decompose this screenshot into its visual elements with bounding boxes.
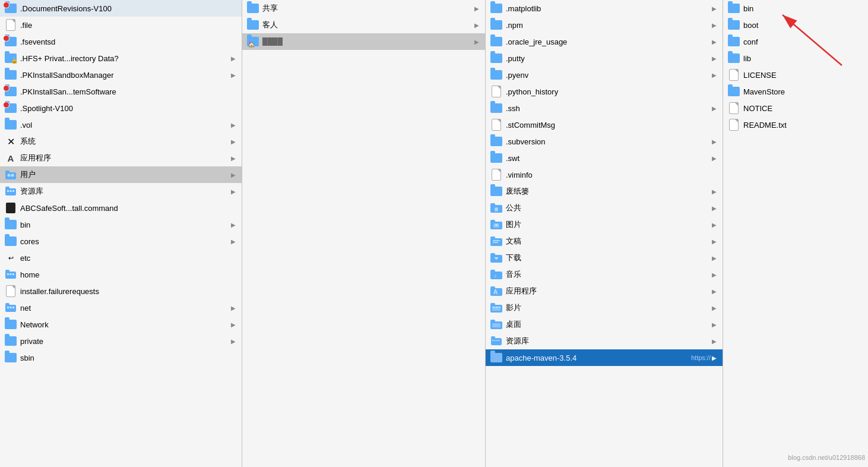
item-doc-revisions[interactable]: .DocumentRevisions-V100 xyxy=(0,0,242,17)
item-boot4[interactable]: boot xyxy=(723,17,868,33)
item-python-history[interactable]: .python_history xyxy=(486,83,723,100)
item-lib4[interactable]: lib xyxy=(723,50,868,67)
folder-grid-icon xyxy=(5,269,17,280)
item-label: MavenStore xyxy=(743,87,863,96)
item-label: .pyenv xyxy=(506,71,711,80)
item-trash[interactable]: 废纸篓 ▶ xyxy=(486,183,723,200)
item-matplotlib[interactable]: .matplotlib ▶ xyxy=(486,0,723,17)
folder-icon xyxy=(490,135,502,147)
file-icon xyxy=(728,119,740,131)
item-users[interactable]: 用户 ▶ xyxy=(0,166,242,183)
item-notice4[interactable]: NOTICE xyxy=(723,100,868,116)
folder-icon xyxy=(490,352,502,364)
item-file[interactable]: .file xyxy=(0,17,242,33)
item-mavenstore4[interactable]: MavenStore xyxy=(723,83,868,100)
item-label: .PKInstallSan...temSoftware xyxy=(20,87,237,96)
column-4[interactable]: bin boot conf lib LICENSE xyxy=(723,0,868,467)
item-library[interactable]: 资源库 ▶ xyxy=(0,183,242,200)
item-applications[interactable]: A 应用程序 ▶ xyxy=(0,150,242,166)
item-vol[interactable]: .vol ▶ xyxy=(0,116,242,133)
column-3[interactable]: .matplotlib ▶ .npm ▶ .oracle_jre_usage ▶… xyxy=(486,0,723,467)
item-conf4[interactable]: conf xyxy=(723,33,868,50)
item-movies[interactable]: 影片 ▶ xyxy=(486,299,723,316)
item-bin[interactable]: bin ▶ xyxy=(0,216,242,233)
item-apache-maven[interactable]: apache-maven-3.5.4 https:// ▶ xyxy=(486,349,723,366)
item-stcommit[interactable]: .stCommitMsg xyxy=(486,116,723,133)
chevron-icon: ▶ xyxy=(711,304,718,311)
item-readme4[interactable]: README.txt xyxy=(723,116,868,133)
item-installer[interactable]: installer.failurerequests xyxy=(0,283,242,299)
chevron-icon: ▶ xyxy=(711,21,718,29)
svg-rect-29 xyxy=(493,242,498,243)
file-icon xyxy=(728,102,740,114)
item-label: cores xyxy=(20,237,230,246)
folder-icon xyxy=(5,235,17,247)
chevron-icon: ▶ xyxy=(473,5,480,12)
item-pyenv[interactable]: .pyenv ▶ xyxy=(486,67,723,83)
folder-icon xyxy=(5,318,17,330)
item-bin4[interactable]: bin xyxy=(723,0,868,17)
item-label: 应用程序 xyxy=(20,153,230,163)
folder-movies-icon xyxy=(490,302,502,314)
item-subversion[interactable]: .subversion ▶ xyxy=(486,133,723,150)
item-private[interactable]: private ▶ xyxy=(0,333,242,349)
item-share[interactable]: 共享 ▶ xyxy=(242,0,485,17)
chevron-icon: ▶ xyxy=(711,254,718,261)
item-guest[interactable]: 客人 ▶ xyxy=(242,17,485,33)
item-music[interactable]: ♪ 音乐 ▶ xyxy=(486,266,723,283)
item-abcsafe[interactable]: ABCSafeSoft...tall.command xyxy=(0,200,242,216)
folder-link-icon: ↩ xyxy=(5,252,17,264)
column-2[interactable]: 共享 ▶ 客人 ▶ 🏠 ████ ▶ xyxy=(242,0,486,467)
folder-desktop-icon xyxy=(490,318,502,330)
svg-text:A: A xyxy=(493,289,498,295)
chevron-icon: ▶ xyxy=(230,238,237,245)
svg-rect-17 xyxy=(10,307,12,308)
item-license4[interactable]: LICENSE xyxy=(723,67,868,83)
svg-rect-11 xyxy=(7,273,9,275)
item-pkinstall-sandbox[interactable]: .PKInstallSandboxManager ▶ xyxy=(0,67,242,83)
item-system[interactable]: ✕ 系统 ▶ xyxy=(0,133,242,150)
item-putty[interactable]: .putty ▶ xyxy=(486,50,723,67)
item-fseventsd[interactable]: .fseventsd xyxy=(0,33,242,50)
item-apps[interactable]: A 应用程序 ▶ xyxy=(486,283,723,299)
chevron-icon: ▶ xyxy=(711,188,718,195)
item-library-user[interactable]: 资源库 ▶ xyxy=(486,333,723,349)
item-pkinstall-san[interactable]: .PKInstallSan...temSoftware xyxy=(0,83,242,100)
item-swt[interactable]: .swt ▶ xyxy=(486,150,723,166)
item-label: sbin xyxy=(20,354,237,362)
item-etc[interactable]: ↩ etc xyxy=(0,250,242,266)
item-downloads[interactable]: 下载 ▶ xyxy=(486,250,723,266)
item-hfs-private[interactable]: 🔒 .HFS+ Privat...irectory Data? ▶ xyxy=(0,50,242,67)
item-label: ABCSafeSoft...tall.command xyxy=(20,204,237,213)
item-label: bin xyxy=(20,220,230,229)
column-1[interactable]: .DocumentRevisions-V100 .file .fseventsd xyxy=(0,0,242,467)
item-desktop[interactable]: 桌面 ▶ xyxy=(486,316,723,333)
item-public[interactable]: 公共 ▶ xyxy=(486,200,723,216)
chevron-icon: ▶ xyxy=(230,154,237,162)
chevron-icon: ▶ xyxy=(473,21,480,29)
item-network[interactable]: Network ▶ xyxy=(0,316,242,333)
file-icon xyxy=(728,69,740,81)
item-home[interactable]: home xyxy=(0,266,242,283)
item-documents[interactable]: 文稿 ▶ xyxy=(486,233,723,250)
item-label: bin xyxy=(743,4,863,13)
folder-icon xyxy=(728,2,740,14)
item-label: 下载 xyxy=(506,253,711,263)
item-oracle-jre[interactable]: .oracle_jre_usage ▶ xyxy=(486,33,723,50)
item-ssh[interactable]: .ssh ▶ xyxy=(486,100,723,116)
item-sbin[interactable]: sbin xyxy=(0,349,242,366)
folder-doc-icon xyxy=(490,235,502,247)
item-label: .fseventsd xyxy=(20,37,237,46)
chevron-icon: ▶ xyxy=(711,38,718,45)
item-pictures[interactable]: 图片 ▶ xyxy=(486,216,723,233)
item-label: 用户 xyxy=(20,169,230,180)
item-npm[interactable]: .npm ▶ xyxy=(486,17,723,33)
item-spotlight[interactable]: .Spotlight-V100 xyxy=(0,100,242,116)
item-viminfo[interactable]: .viminfo xyxy=(486,166,723,183)
svg-rect-39 xyxy=(490,303,495,306)
item-net[interactable]: net ▶ xyxy=(0,299,242,316)
item-home-user[interactable]: 🏠 ████ ▶ xyxy=(242,33,485,50)
folder-icon xyxy=(490,36,502,48)
item-label: .putty xyxy=(506,54,711,63)
item-cores[interactable]: cores ▶ xyxy=(0,233,242,250)
